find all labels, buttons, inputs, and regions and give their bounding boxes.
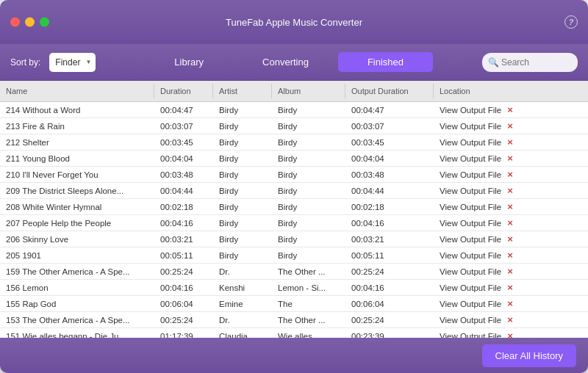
cell-output-duration: 00:05:11 xyxy=(345,249,434,262)
cell-location: View Output File× xyxy=(434,231,588,247)
cell-duration: 00:25:24 xyxy=(154,314,213,327)
cell-album: Birdy xyxy=(272,104,345,117)
cell-artist: Dr. xyxy=(213,265,272,278)
cell-album: Lemon - Si... xyxy=(272,281,345,294)
cell-output-duration: 00:06:04 xyxy=(345,297,434,311)
cell-output-duration: 00:25:24 xyxy=(345,314,434,327)
cell-output-duration: 00:04:47 xyxy=(345,104,434,117)
cell-artist: Birdy xyxy=(213,136,272,149)
view-output-link[interactable]: View Output File xyxy=(440,235,501,244)
cell-location: View Output File× xyxy=(434,215,588,231)
table-row: 213 Fire & Rain00:03:07BirdyBirdy00:03:0… xyxy=(0,118,588,134)
view-output-link[interactable]: View Output File xyxy=(440,300,501,308)
delete-row-button[interactable]: × xyxy=(504,314,516,325)
cell-output-duration: 00:03:48 xyxy=(345,168,434,181)
table-row: 153 The Other America - A Spe...00:25:24… xyxy=(0,312,588,328)
view-output-link[interactable]: View Output File xyxy=(440,154,501,163)
cell-duration: 00:04:47 xyxy=(154,104,213,117)
cell-album: Birdy xyxy=(272,152,345,165)
delete-row-button[interactable]: × xyxy=(504,120,516,131)
cell-name: 207 People Help the People xyxy=(0,217,154,230)
cell-location: View Output File× xyxy=(434,118,588,134)
cell-artist: Birdy xyxy=(213,200,272,214)
minimize-button[interactable] xyxy=(25,18,35,27)
header-duration: Duration xyxy=(154,84,213,98)
cell-album: Wie alles ... xyxy=(272,330,345,338)
delete-row-button[interactable]: × xyxy=(504,250,516,261)
cell-name: 151 Wie alles begann - Die Ju... xyxy=(0,330,154,338)
view-output-link[interactable]: View Output File xyxy=(440,251,501,260)
cell-name: 156 Lemon xyxy=(0,281,154,294)
cell-album: The Other ... xyxy=(272,265,345,278)
table-container: Name Duration Artist Album Output Durati… xyxy=(0,81,588,338)
cell-artist: Birdy xyxy=(213,217,272,230)
delete-row-button[interactable]: × xyxy=(504,185,516,196)
delete-row-button[interactable]: × xyxy=(504,153,516,164)
window-title: TuneFab Apple Music Converter xyxy=(226,17,362,28)
delete-row-button[interactable]: × xyxy=(504,233,516,245)
cell-name: 214 Without a Word xyxy=(0,104,154,117)
cell-artist: Birdy xyxy=(213,184,272,198)
cell-artist: Emine xyxy=(213,297,272,311)
cell-name: 205 1901 xyxy=(0,249,154,262)
table-row: 212 Shelter00:03:45BirdyBirdy00:03:45Vie… xyxy=(0,134,588,151)
close-button[interactable] xyxy=(10,18,20,27)
view-output-link[interactable]: View Output File xyxy=(440,186,501,195)
cell-duration: 00:03:45 xyxy=(154,136,213,149)
cell-duration: 00:04:04 xyxy=(154,152,213,165)
cell-location: View Output File× xyxy=(434,312,588,327)
help-button[interactable]: ? xyxy=(564,15,578,29)
cell-duration: 00:04:44 xyxy=(154,184,213,198)
cell-name: 159 The Other America - A Spe... xyxy=(0,265,154,278)
cell-album: Birdy xyxy=(272,184,345,198)
view-output-link[interactable]: View Output File xyxy=(440,267,501,276)
cell-album: Birdy xyxy=(272,136,345,149)
maximize-button[interactable] xyxy=(40,18,49,27)
cell-album: Birdy xyxy=(272,233,345,246)
tab-library[interactable]: Library xyxy=(145,52,233,72)
tab-finished[interactable]: Finished xyxy=(338,52,433,72)
cell-artist: Birdy xyxy=(213,120,272,133)
cell-duration: 00:04:16 xyxy=(154,281,213,294)
cell-output-duration: 00:23:39 xyxy=(345,330,434,338)
clear-history-button[interactable]: Clear All History xyxy=(482,344,576,367)
delete-row-button[interactable]: × xyxy=(504,266,516,277)
cell-artist: Dr. xyxy=(213,314,272,327)
cell-location: View Output File× xyxy=(434,264,588,279)
view-output-link[interactable]: View Output File xyxy=(440,316,501,325)
delete-row-button[interactable]: × xyxy=(504,201,516,212)
table-row: 207 People Help the People00:04:16BirdyB… xyxy=(0,215,588,231)
delete-row-button[interactable]: × xyxy=(504,330,516,338)
delete-row-button[interactable]: × xyxy=(504,137,516,148)
table-row: 159 The Other America - A Spe...00:25:24… xyxy=(0,264,588,280)
table-row: 151 Wie alles begann - Die Ju...01:17:39… xyxy=(0,328,588,338)
view-output-link[interactable]: View Output File xyxy=(440,170,501,179)
footer: Clear All History xyxy=(0,338,588,373)
cell-duration: 00:03:07 xyxy=(154,120,213,133)
cell-name: 209 The District Sleeps Alone... xyxy=(0,184,154,198)
delete-row-button[interactable]: × xyxy=(504,298,516,309)
sort-select[interactable]: FinderNameDateArtist xyxy=(49,53,96,72)
view-output-link[interactable]: View Output File xyxy=(440,283,501,292)
cell-location: View Output File× xyxy=(434,102,588,117)
view-output-link[interactable]: View Output File xyxy=(440,332,501,338)
view-output-link[interactable]: View Output File xyxy=(440,219,501,228)
view-output-link[interactable]: View Output File xyxy=(440,203,501,211)
cell-location: View Output File× xyxy=(434,151,588,166)
cell-output-duration: 00:04:16 xyxy=(345,281,434,294)
cell-album: Birdy xyxy=(272,217,345,230)
cell-duration: 00:06:04 xyxy=(154,297,213,311)
table-row: 206 Skinny Love00:03:21BirdyBirdy00:03:2… xyxy=(0,231,588,247)
delete-row-button[interactable]: × xyxy=(504,104,516,115)
cell-artist: Birdy xyxy=(213,233,272,246)
delete-row-button[interactable]: × xyxy=(504,217,516,228)
view-output-link[interactable]: View Output File xyxy=(440,122,501,131)
view-output-link[interactable]: View Output File xyxy=(440,138,501,147)
view-output-link[interactable]: View Output File xyxy=(440,106,501,115)
delete-row-button[interactable]: × xyxy=(504,282,516,293)
cell-output-duration: 00:04:44 xyxy=(345,184,434,198)
delete-row-button[interactable]: × xyxy=(504,169,516,180)
cell-artist: Birdy xyxy=(213,152,272,165)
tab-converting[interactable]: Converting xyxy=(233,52,338,72)
table-row: 210 I'll Never Forget You00:03:48BirdyBi… xyxy=(0,167,588,183)
